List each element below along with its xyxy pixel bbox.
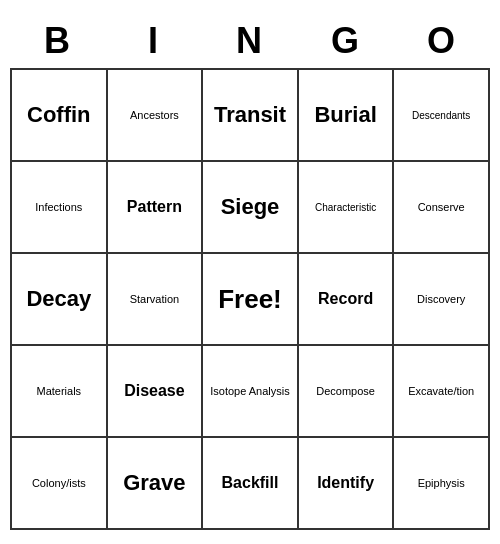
bingo-cell: Disease	[108, 346, 204, 438]
cell-text: Starvation	[130, 293, 180, 305]
bingo-cell: Backfill	[203, 438, 299, 530]
bingo-cell: Record	[299, 254, 395, 346]
bingo-cell: Coffin	[12, 70, 108, 162]
cell-text: Backfill	[222, 474, 279, 492]
bingo-card: BINGO CoffinAncestorsTransitBurialDescen…	[10, 14, 490, 530]
cell-text: Disease	[124, 382, 185, 400]
cell-text: Epiphysis	[418, 477, 465, 489]
cell-text: Pattern	[127, 198, 182, 216]
bingo-cell: Siege	[203, 162, 299, 254]
header-letter: I	[106, 14, 202, 68]
bingo-cell: Grave	[108, 438, 204, 530]
bingo-cell: Isotope Analysis	[203, 346, 299, 438]
cell-text: Siege	[221, 194, 280, 220]
cell-text: Transit	[214, 102, 286, 128]
bingo-cell: Transit	[203, 70, 299, 162]
cell-text: Burial	[314, 102, 376, 128]
bingo-cell: Materials	[12, 346, 108, 438]
bingo-cell: Ancestors	[108, 70, 204, 162]
bingo-cell: Colony/ists	[12, 438, 108, 530]
cell-text: Record	[318, 290, 373, 308]
bingo-cell: Characteristic	[299, 162, 395, 254]
bingo-grid: CoffinAncestorsTransitBurialDescendantsI…	[10, 68, 490, 530]
bingo-cell: Burial	[299, 70, 395, 162]
bingo-cell: Decompose	[299, 346, 395, 438]
cell-text: Discovery	[417, 293, 465, 305]
bingo-cell: Pattern	[108, 162, 204, 254]
cell-text: Infections	[35, 201, 82, 213]
bingo-cell: Discovery	[394, 254, 490, 346]
cell-text: Descendants	[412, 110, 470, 121]
header-letter: O	[394, 14, 490, 68]
cell-text: Decompose	[316, 385, 375, 397]
bingo-cell: Conserve	[394, 162, 490, 254]
bingo-cell: Starvation	[108, 254, 204, 346]
bingo-cell: Descendants	[394, 70, 490, 162]
cell-text: Decay	[26, 286, 91, 312]
cell-text: Conserve	[418, 201, 465, 213]
bingo-cell: Excavate/tion	[394, 346, 490, 438]
cell-text: Isotope Analysis	[210, 385, 290, 397]
bingo-cell: Decay	[12, 254, 108, 346]
cell-text: Colony/ists	[32, 477, 86, 489]
cell-text: Ancestors	[130, 109, 179, 121]
bingo-cell: Epiphysis	[394, 438, 490, 530]
cell-text: Characteristic	[315, 202, 376, 213]
bingo-cell: Identify	[299, 438, 395, 530]
cell-text: Coffin	[27, 102, 91, 128]
header-letter: N	[202, 14, 298, 68]
cell-text: Identify	[317, 474, 374, 492]
cell-text: Excavate/tion	[408, 385, 474, 397]
header-letter: G	[298, 14, 394, 68]
bingo-cell: Free!	[203, 254, 299, 346]
cell-text: Grave	[123, 470, 185, 496]
header-letter: B	[10, 14, 106, 68]
bingo-cell: Infections	[12, 162, 108, 254]
cell-text: Materials	[36, 385, 81, 397]
bingo-header: BINGO	[10, 14, 490, 68]
cell-text: Free!	[218, 284, 282, 315]
